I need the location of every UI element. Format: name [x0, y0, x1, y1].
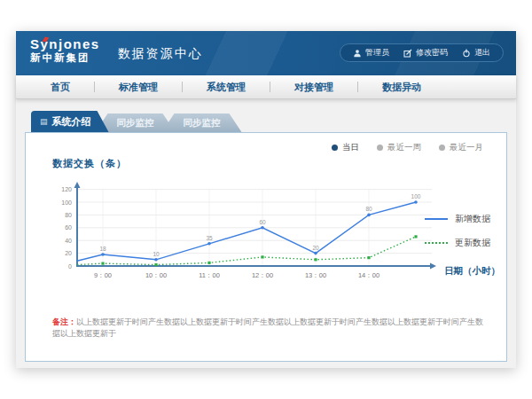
tab-0[interactable]: ▤系统介绍 — [31, 111, 109, 132]
user-menu-item-1[interactable]: 修改密码 — [403, 47, 448, 59]
range-filter-group: 当日最近一周最近一月 — [332, 142, 483, 153]
tab-bar: ▤系统介绍同步监控同步监控 — [31, 111, 242, 132]
svg-text:60: 60 — [65, 224, 72, 231]
tab-1[interactable]: 同步监控 — [96, 113, 176, 132]
nav-item-2[interactable]: 系统管理 — [183, 81, 270, 94]
document-icon: ▤ — [40, 117, 48, 126]
footnote: 备注：以上数据更新于时间产生数据以上数据更新于时间产生数据以上数据更新于时间产生… — [52, 317, 489, 339]
tab-2[interactable]: 同步监控 — [162, 113, 242, 132]
radio-icon — [377, 145, 383, 151]
range-filter-0[interactable]: 当日 — [332, 142, 359, 153]
app-window: Synjones 新中新集团 数据资源中心 管理员修改密码退出 首页标准管理系统… — [16, 31, 516, 368]
legend-line-sample — [425, 218, 448, 220]
svg-text:60: 60 — [259, 219, 266, 225]
svg-text:35: 35 — [206, 235, 213, 241]
x-axis-title: 日期（小时） — [444, 265, 500, 278]
app-header: Synjones 新中新集团 数据资源中心 管理员修改密码退出 — [16, 31, 516, 75]
axes — [74, 182, 437, 270]
svg-text:11：00: 11：00 — [199, 271, 220, 279]
footnote-prefix: 备注： — [52, 317, 76, 326]
radio-icon — [439, 145, 445, 151]
logo: Synjones 新中新集团 — [30, 37, 100, 63]
svg-text:18: 18 — [99, 246, 106, 252]
series-1 — [77, 235, 418, 266]
user-menu-label: 管理员 — [365, 47, 389, 59]
range-filter-2[interactable]: 最近一月 — [439, 142, 483, 153]
filter-label: 当日 — [342, 142, 359, 153]
svg-text:40: 40 — [65, 238, 72, 244]
svg-text:10: 10 — [153, 251, 160, 257]
svg-text:0: 0 — [68, 263, 72, 270]
svg-text:13：00: 13：00 — [305, 271, 326, 279]
legend-item-1: 更新数据 — [425, 237, 490, 249]
svg-text:20: 20 — [65, 250, 72, 256]
nav-item-3[interactable]: 对接管理 — [270, 81, 357, 94]
tab-label: 同步监控 — [117, 117, 154, 129]
power-icon — [462, 49, 471, 58]
grid — [77, 190, 432, 266]
svg-text:120: 120 — [61, 186, 72, 192]
svg-text:80: 80 — [365, 206, 372, 212]
page: Synjones 新中新集团 数据资源中心 管理员修改密码退出 首页标准管理系统… — [0, 0, 532, 399]
legend-item-0: 新增数据 — [425, 213, 490, 225]
tab-label: 同步监控 — [184, 117, 221, 129]
nav-item-0[interactable]: 首页 — [27, 81, 94, 94]
chart-panel: 当日最近一周最近一月 数据交换（条） 0204060801001209：0010… — [25, 132, 507, 362]
tab-label: 系统介绍 — [52, 115, 91, 129]
page-title: 数据资源中心 — [118, 46, 203, 62]
svg-text:14：00: 14：00 — [358, 271, 379, 279]
legend-line-sample — [425, 242, 448, 244]
edit-icon — [403, 49, 412, 58]
user-menu-item-2[interactable]: 退出 — [462, 47, 490, 59]
line-chart-svg: 0204060801001209：0010：0011：0012：0013：001… — [51, 174, 445, 291]
user-menu-item-0[interactable]: 管理员 — [353, 47, 389, 59]
y-axis-title: 数据交换（条） — [52, 157, 127, 170]
footnote-text: 以上数据更新于时间产生数据以上数据更新于时间产生数据以上数据更新于时间产生数据以… — [52, 317, 483, 338]
user-menu: 管理员修改密码退出 — [340, 43, 504, 62]
nav-item-4[interactable]: 数据异动 — [358, 81, 445, 94]
user-icon — [353, 49, 362, 58]
filter-label: 最近一月 — [450, 142, 483, 153]
legend-label: 更新数据 — [455, 237, 490, 249]
filter-label: 最近一周 — [387, 142, 421, 153]
user-menu-label: 修改密码 — [416, 47, 448, 59]
svg-text:12：00: 12：00 — [252, 271, 273, 279]
user-menu-label: 退出 — [474, 47, 490, 59]
logo-company: 新中新集团 — [30, 52, 100, 64]
range-filter-1[interactable]: 最近一周 — [377, 142, 421, 153]
svg-text:100: 100 — [411, 193, 421, 200]
legend-label: 新增数据 — [455, 213, 490, 225]
svg-text:20: 20 — [312, 245, 319, 251]
radio-selected-icon — [332, 145, 338, 151]
chart-legend: 新增数据更新数据 — [425, 213, 490, 249]
svg-text:10：00: 10：00 — [145, 271, 167, 279]
svg-text:80: 80 — [65, 212, 72, 218]
main-nav: 首页标准管理系统管理对接管理数据异动 — [16, 75, 516, 99]
series-0: 181035602080100 — [77, 193, 421, 262]
svg-text:9：00: 9：00 — [94, 271, 112, 279]
nav-item-1[interactable]: 标准管理 — [95, 81, 182, 94]
content-area: ▤系统介绍同步监控同步监控 当日最近一周最近一月 数据交换（条） 0204060… — [16, 99, 516, 368]
svg-text:100: 100 — [61, 200, 72, 206]
logo-brand: Synjones — [30, 37, 100, 52]
